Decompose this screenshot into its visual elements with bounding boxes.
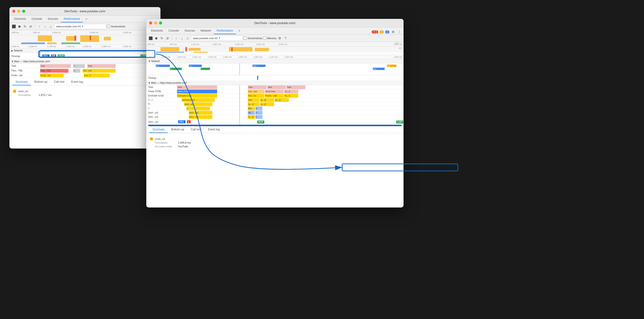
re[interactable]: e <box>255 115 262 119</box>
ra4[interactable]: (a...s) <box>260 102 274 106</box>
tab-console-2[interactable]: Console <box>166 27 182 34</box>
rtimer[interactable]: Timer fired <box>265 90 284 93</box>
tab-sources-1[interactable]: Sources <box>45 16 61 22</box>
screenshots-check-2[interactable] <box>244 36 247 40</box>
parse-w2-1[interactable]: Parse HTML <box>177 90 217 93</box>
task-w2-1[interactable]: Task <box>177 85 217 89</box>
tab-elements-2[interactable]: Elements <box>148 27 166 34</box>
clear-icon-1[interactable]: ⊘ <box>28 24 33 29</box>
dock-icon-2[interactable]: ⬛ <box>148 36 153 40</box>
bottom-tab-calltree-1[interactable]: Call tree <box>51 79 68 85</box>
eval-w2-1[interactable]: Evaluate script <box>177 94 217 98</box>
parse-bar-1[interactable]: Pars...TML <box>40 69 68 73</box>
upload-icon-2[interactable]: ↑ <box>174 36 179 40</box>
main-section-1[interactable]: ▼ Main — https://www.youtube.com/ <box>10 59 160 64</box>
task-bar-1[interactable]: Task <box>40 64 71 68</box>
download-icon-2[interactable]: ↓ <box>180 36 184 40</box>
record-icon-1[interactable]: ⏺ <box>17 24 22 29</box>
address-bar-1[interactable]: www.youtube.com #1 ▾ <box>54 24 106 29</box>
more-icon-2[interactable]: ⋮ <box>397 29 402 34</box>
v-w2-1[interactable]: v <box>186 107 210 110</box>
record-icon-2[interactable]: ⏺ <box>154 36 158 40</box>
rfull[interactable]: Fu...ll <box>284 94 298 98</box>
anon4-w2-1[interactable]: (ano...us) <box>189 115 212 119</box>
ra2[interactable]: (a...s) <box>275 98 289 102</box>
ra3[interactable]: (a...s) <box>248 102 260 106</box>
net-ma-2[interactable]: ma... <box>189 65 202 67</box>
memory-check-2[interactable] <box>263 36 266 40</box>
rrun[interactable]: Run...ks <box>248 94 264 98</box>
rs[interactable]: S <box>255 111 262 115</box>
address-dropdown-1[interactable]: ▾ <box>82 25 83 28</box>
task-bar-3[interactable]: Task <box>87 64 116 68</box>
bottom-tab-summary-1[interactable]: Summary <box>12 79 31 85</box>
net-c-2[interactable]: c... <box>170 68 182 70</box>
tab-more-2[interactable]: » <box>236 27 243 34</box>
home-icon-1[interactable]: ⌂ <box>48 24 53 29</box>
bottom-tab-bottomup-1[interactable]: Bottom-up <box>31 79 50 85</box>
bottom-tab-eventlog-1[interactable]: Event log <box>68 79 86 85</box>
home-icon-2[interactable]: ⌂ <box>185 36 190 40</box>
anon3-w2-1[interactable]: (ano...us) <box>189 111 212 115</box>
net-advi-2[interactable]: advi... <box>252 65 266 67</box>
maximize-button-2[interactable] <box>159 21 162 24</box>
net-id-2[interactable]: id (... <box>156 65 170 67</box>
rtask-2[interactable]: Task <box>267 85 286 89</box>
reload-icon-2[interactable]: ↻ <box>160 36 164 40</box>
tab-sources-2[interactable]: Sources <box>182 27 198 34</box>
main-section-2[interactable]: ▼ Main — https://www.youtube.com/ <box>146 81 404 85</box>
close-button-1[interactable] <box>12 10 15 13</box>
help-icon-2[interactable]: ? <box>283 36 288 40</box>
ra5[interactable]: (a...s) <box>248 115 255 119</box>
rtask-3[interactable]: Task <box>286 85 305 89</box>
parse-bar-3[interactable]: Tim...red <box>82 69 116 73</box>
rv[interactable]: V <box>255 107 262 110</box>
screenshots-checkbox-2[interactable]: Screenshots <box>244 36 262 40</box>
tab-more-1[interactable]: » <box>83 16 90 22</box>
address-bar-2[interactable]: www.youtube.com #2 ▾ <box>191 36 243 41</box>
anon1-w2-1[interactable]: (anonymous) <box>182 98 215 102</box>
close-button-2[interactable] <box>149 21 152 24</box>
bottom-tab-eventlog-2[interactable]: Event log <box>204 126 223 133</box>
address-dropdown-2[interactable]: ▾ <box>219 36 220 40</box>
rska[interactable]: $ka <box>248 107 255 110</box>
eval-bar-1[interactable]: Evalu...ript <box>40 73 64 77</box>
tab-network-2[interactable]: Network <box>198 27 214 34</box>
minimize-button-2[interactable] <box>154 21 157 24</box>
settings-icon-2[interactable]: ⚙ <box>391 29 396 34</box>
rfire[interactable]: Fire...ack <box>248 90 264 93</box>
bottom-tab-calltree-2[interactable]: Call tree <box>188 126 205 133</box>
rtask-1[interactable]: Task <box>248 85 267 89</box>
rand[interactable]: An...d <box>284 90 298 93</box>
tab-console-1[interactable]: Console <box>29 16 45 22</box>
rwka[interactable]: wka <box>248 98 260 102</box>
task-bar-2[interactable]: T... <box>73 64 85 68</box>
network-section-2[interactable]: ▼ Network <box>146 59 404 63</box>
ra1[interactable]: (a...s) <box>260 98 274 102</box>
bottom-tab-summary-2[interactable]: Summary <box>149 126 168 133</box>
tab-elements-1[interactable]: Elements <box>11 16 29 22</box>
parse-bar-2[interactable]: F... <box>73 69 80 73</box>
settings-icon-toolbar-2[interactable]: ⚙ <box>278 36 282 40</box>
maximize-button-1[interactable] <box>22 10 25 13</box>
reload-icon-1[interactable]: ↻ <box>23 24 27 29</box>
dock-icon-1[interactable]: ⬛ <box>11 24 16 29</box>
tab-performance-2[interactable]: Performance <box>214 27 236 34</box>
screenshots-check-1[interactable] <box>107 25 110 28</box>
clear-icon-2[interactable]: ⊘ <box>165 36 170 40</box>
net-ro-2[interactable]: Ro <box>387 65 396 67</box>
upload-icon-1[interactable]: ↑ <box>37 24 42 29</box>
screenshots-checkbox-1[interactable]: Screenshots <box>107 25 125 28</box>
eval-bar-2[interactable]: Fun...ll <box>84 73 110 77</box>
rfuncti[interactable]: Functi... call <box>265 94 284 98</box>
net-get-2[interactable]: get... <box>373 68 385 70</box>
network-section-1[interactable]: ▶ Network <box>10 48 160 53</box>
bottom-tab-bottomup-2[interactable]: Bottom-up <box>168 126 187 133</box>
anon2-w2-1[interactable]: (ano...us) <box>184 102 212 106</box>
memory-checkbox-2[interactable]: Memory <box>263 36 276 40</box>
minimize-button-1[interactable] <box>17 10 20 13</box>
download-icon-1[interactable]: ↓ <box>43 24 48 29</box>
rdla[interactable]: dla <box>248 111 255 115</box>
net-l-2[interactable]: l... <box>200 68 210 70</box>
tab-performance-1[interactable]: Performance <box>61 16 83 22</box>
